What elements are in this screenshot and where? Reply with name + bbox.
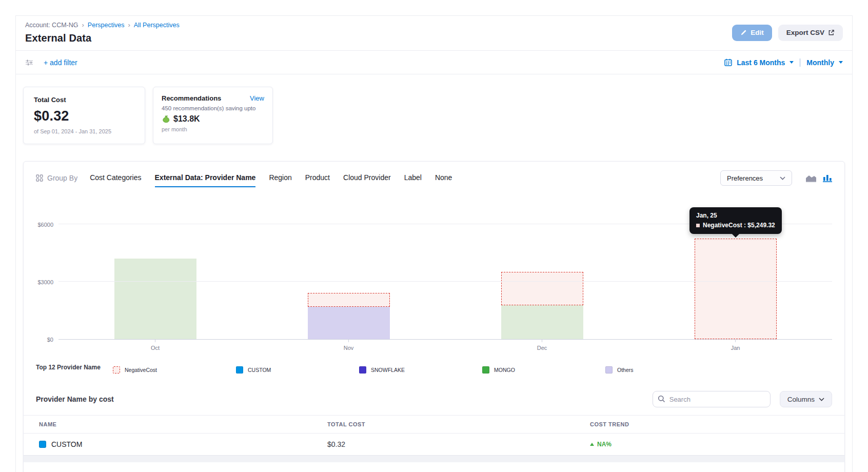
columns-button-label: Columns <box>787 396 815 403</box>
col-header-total-cost: TOTAL COST <box>327 416 590 434</box>
legend-item-snowflake[interactable]: SNOWFLAKE <box>359 366 482 373</box>
bar-segment-others <box>308 307 390 339</box>
legend-swatch <box>482 366 489 373</box>
col-header-cost-trend: COST TREND <box>590 416 844 434</box>
cell-total-cost: $0.32 <box>327 434 590 456</box>
legend-label: NegativeCost <box>125 367 157 373</box>
x-axis-label-nov: Nov <box>252 340 445 355</box>
recommendations-subtitle: 450 recommendation(s) saving upto <box>162 105 264 111</box>
grid-icon <box>36 174 43 182</box>
cell-cost-trend: NA% <box>590 434 844 456</box>
cost-chart: $0$3000$6000 Jan, 25 NegativeCost : $5,2… <box>36 190 832 340</box>
perspective-page: Account: CCM-NG›Perspectives›All Perspec… <box>15 15 853 472</box>
bar-segment-mongo <box>114 259 196 339</box>
preferences-dropdown[interactable]: Preferences <box>720 170 792 186</box>
gridline-3000 <box>58 281 832 282</box>
provider-name: CUSTOM <box>51 440 82 448</box>
legend-item-others[interactable]: Others <box>605 366 728 373</box>
tooltip-value: NegativeCost : $5,249.32 <box>703 222 775 229</box>
chart-bar-oct[interactable] <box>58 190 252 339</box>
x-axis-label-jan: Jan <box>639 340 832 355</box>
bar-chart-toggle-icon[interactable] <box>823 174 832 182</box>
next-row-strip <box>24 455 844 462</box>
tab-external-data-provider-name[interactable]: External Data: Provider Name <box>155 169 256 187</box>
bar-segment-mongo <box>501 305 583 339</box>
legend-item-negativecost[interactable]: NegativeCost <box>113 366 236 373</box>
export-csv-button[interactable]: Export CSV <box>778 25 843 41</box>
table-title: Provider Name by cost <box>36 395 653 403</box>
date-range-selector[interactable]: Last 6 Months <box>737 58 785 67</box>
tooltip-series-bullet <box>696 224 700 227</box>
chevron-down-icon[interactable] <box>839 61 843 64</box>
y-axis-labels: $0$3000$6000 <box>36 190 58 340</box>
divider <box>800 58 800 67</box>
legend-label: CUSTOM <box>248 367 271 373</box>
breadcrumb: Account: CCM-NG›Perspectives›All Perspec… <box>25 21 180 29</box>
edit-button[interactable]: Edit <box>732 25 772 41</box>
x-label-text: Dec <box>537 345 547 351</box>
table-header-row: NAME TOTAL COST COST TREND <box>24 416 844 434</box>
x-tick-mark <box>348 340 349 342</box>
savings-value: $13.8K <box>173 114 200 124</box>
add-filter-button[interactable]: + add filter <box>44 58 77 67</box>
provider-swatch <box>39 441 46 448</box>
columns-button[interactable]: Columns <box>780 391 832 407</box>
legend-item-custom[interactable]: CUSTOM <box>236 366 359 373</box>
granularity-selector[interactable]: Monthly <box>806 58 834 67</box>
edit-button-label: Edit <box>751 29 764 36</box>
legend-item-mongo[interactable]: MONGO <box>482 366 605 373</box>
calendar-icon <box>724 58 732 66</box>
group-by-row: Group By Cost CategoriesExternal Data: P… <box>36 169 832 187</box>
chart-bar-dec[interactable] <box>445 190 639 339</box>
x-axis-labels: OctNovDecJan <box>58 340 832 355</box>
x-tick-mark <box>155 340 155 342</box>
breadcrumb-separator: › <box>128 21 130 29</box>
legend-label: MONGO <box>494 367 515 373</box>
filter-sliders-icon[interactable] <box>25 59 33 66</box>
legend-title: Top 12 Provider Name <box>36 363 113 372</box>
pencil-icon <box>740 29 747 36</box>
recommendations-card: Recommendations View 450 recommendation(… <box>153 87 273 144</box>
breadcrumb-item-all-perspectives[interactable]: All Perspectives <box>134 22 180 29</box>
legend-swatch <box>113 366 120 373</box>
legend-swatch <box>605 366 613 373</box>
view-recommendations-link[interactable]: View <box>250 94 264 102</box>
legend-swatch <box>359 366 366 373</box>
tab-label[interactable]: Label <box>404 169 422 187</box>
export-csv-label: Export CSV <box>786 29 824 36</box>
y-tick-label: $0 <box>47 337 53 343</box>
table-toolbar: Provider Name by cost Columns <box>36 391 832 407</box>
chart-bar-nov[interactable] <box>252 190 445 339</box>
tab-cost-categories[interactable]: Cost Categories <box>90 169 141 187</box>
bar-segment-negativecost <box>695 239 777 339</box>
bar-segment-negativecost <box>308 293 390 307</box>
tab-product[interactable]: Product <box>305 169 330 187</box>
breadcrumb-item-perspectives[interactable]: Perspectives <box>88 22 125 29</box>
page-header: Account: CCM-NG›Perspectives›All Perspec… <box>16 16 852 51</box>
content-area: Total Cost $0.32 of Sep 01, 2024 - Jan 3… <box>16 74 852 472</box>
chart-plot-area: Jan, 25 NegativeCost : $5,249.32 <box>58 190 832 340</box>
tab-cloud-provider[interactable]: Cloud Provider <box>343 169 391 187</box>
x-axis-label-dec: Dec <box>445 340 639 355</box>
group-by-label: Group By <box>47 174 77 182</box>
table-search <box>653 391 771 407</box>
tab-region[interactable]: Region <box>269 169 291 187</box>
total-cost-title: Total Cost <box>34 96 134 104</box>
search-icon <box>658 395 665 403</box>
savings-period: per month <box>162 126 264 132</box>
trend-value: NA% <box>597 441 611 448</box>
area-chart-toggle-icon[interactable] <box>805 174 817 182</box>
total-cost-period: of Sep 01, 2024 - Jan 31, 2025 <box>34 128 134 134</box>
money-bag-icon <box>162 115 170 124</box>
tab-none[interactable]: None <box>435 169 452 187</box>
col-header-name: NAME <box>24 416 327 434</box>
legend-label: SNOWFLAKE <box>371 367 405 373</box>
legend-swatch <box>236 366 243 373</box>
search-input[interactable] <box>653 391 771 407</box>
chevron-down-icon[interactable] <box>790 61 794 64</box>
table-row-custom[interactable]: CUSTOM$0.32NA% <box>24 434 844 456</box>
x-tick-mark <box>542 340 542 342</box>
trend-up-icon <box>590 443 594 446</box>
external-link-icon <box>828 29 835 36</box>
x-label-text: Jan <box>731 345 740 351</box>
